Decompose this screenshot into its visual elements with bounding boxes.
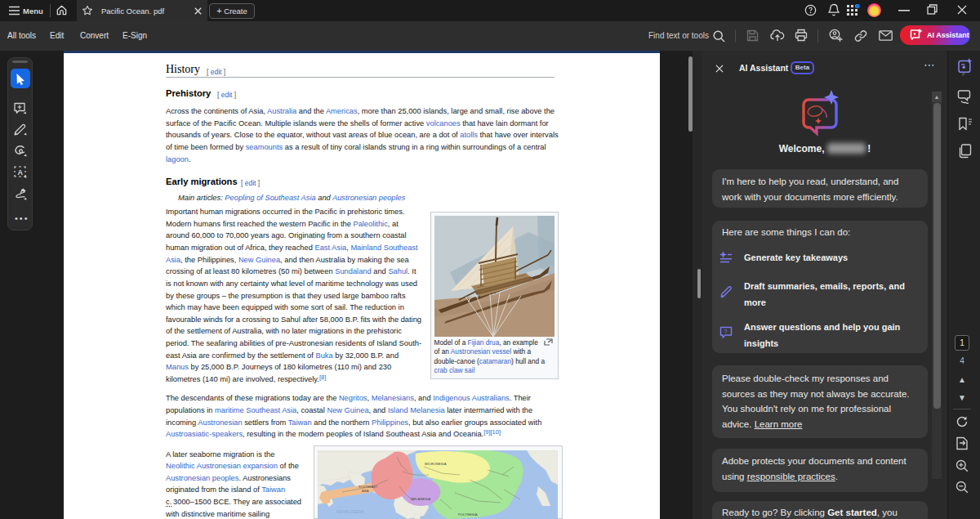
svg-text:SOUTHEAST: SOUTHEAST xyxy=(359,485,378,489)
svg-text:?: ? xyxy=(724,328,728,335)
svg-text:A: A xyxy=(18,168,24,177)
svg-text:MICRONESIA: MICRONESIA xyxy=(425,462,447,466)
svg-text:MELANESIA: MELANESIA xyxy=(411,497,430,501)
svg-text:INDIAN OCEAN: INDIAN OCEAN xyxy=(336,510,363,514)
svg-text:ASIA: ASIA xyxy=(362,490,369,493)
svg-text:POLYNESIA: POLYNESIA xyxy=(458,512,478,517)
